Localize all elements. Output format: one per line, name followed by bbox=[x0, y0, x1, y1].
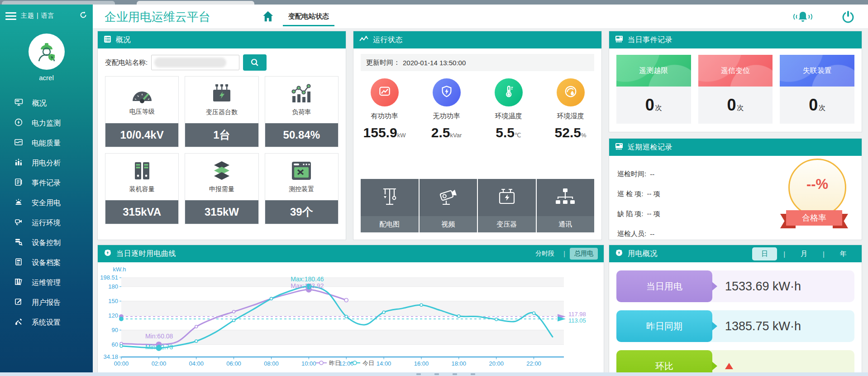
chart-toggle-总用电[interactable]: 总用电 bbox=[570, 248, 598, 260]
sidebar-item-label: 安全用电 bbox=[32, 198, 61, 208]
sidebar-item-label: 系统设置 bbox=[32, 318, 61, 328]
sidebar: 主题 | 语言 acrel 概况电力监测电能质量用电分析事件记录安全用电运行环境… bbox=[0, 5, 93, 376]
stat-label: 变压器台数 bbox=[206, 108, 238, 116]
metric: 环境湿度 52.5% bbox=[539, 78, 601, 140]
hourly-usage-chart: 34.186090120150180198.51kW.h117.98113.05… bbox=[98, 262, 604, 376]
chart-toggle-分时段[interactable]: 分时段 bbox=[531, 248, 559, 260]
stat-label: 测控装置 bbox=[289, 185, 314, 193]
meter-icon bbox=[615, 143, 623, 152]
metric-circle bbox=[495, 78, 523, 106]
svg-text:113.05: 113.05 bbox=[568, 317, 586, 324]
stat-value: 315kVA bbox=[105, 200, 178, 224]
usage-tab-月[interactable]: 月 bbox=[792, 247, 816, 260]
svg-text:kW.h: kW.h bbox=[113, 266, 126, 273]
sidebar-item-5[interactable]: 安全用电 bbox=[0, 193, 93, 213]
plug-icon bbox=[104, 249, 112, 259]
environment-icon bbox=[14, 218, 23, 228]
refresh-icon[interactable] bbox=[79, 11, 87, 21]
username: acrel bbox=[0, 74, 93, 82]
svg-text:04:00: 04:00 bbox=[189, 360, 204, 367]
status-button-label: 配电图 bbox=[361, 216, 419, 232]
chart-toggles: 分时段|总用电 bbox=[531, 248, 598, 260]
status-button-变压器[interactable]: 变压器 bbox=[478, 179, 536, 232]
sidebar-item-10[interactable]: 用户报告 bbox=[0, 293, 93, 313]
sidebar-item-6[interactable]: 运行环境 bbox=[0, 213, 93, 233]
svg-text:18:00: 18:00 bbox=[452, 360, 467, 367]
sidebar-item-1[interactable]: 电力监测 bbox=[0, 113, 93, 133]
update-time-bar: 更新时间： 2020-01-14 13:50:00 bbox=[361, 54, 594, 71]
sidebar-top: 主题 | 语言 bbox=[0, 5, 93, 27]
theme-language-link[interactable]: 主题 | 语言 bbox=[21, 12, 75, 20]
svg-text:06:00: 06:00 bbox=[226, 360, 241, 367]
svg-text:10:00: 10:00 bbox=[301, 360, 316, 367]
stat-value: 39个 bbox=[265, 200, 338, 224]
settings-icon bbox=[14, 318, 23, 328]
sidebar-item-8[interactable]: 设备档案 bbox=[0, 253, 93, 273]
panel-inspection: 近期巡检记录 巡检时间:--巡 检 项:-- 项缺 陷 项:-- 项巡检人员:-… bbox=[609, 138, 862, 240]
pass-rate-ribbon: 合格率 bbox=[780, 210, 848, 226]
panel-title: 用电概况 bbox=[628, 249, 658, 259]
svg-text:12:00: 12:00 bbox=[339, 360, 354, 367]
station-name-input[interactable] bbox=[151, 55, 239, 70]
update-time-value: 2020-01-14 13:50:00 bbox=[403, 59, 466, 67]
event-card: 遥测越限 0次 bbox=[616, 55, 691, 124]
topbar: 企业用电运维云平台 变配电站状态 bbox=[93, 5, 868, 28]
stat-card: 电压等级 10/0.4kV bbox=[105, 76, 179, 147]
alarm-bell-icon[interactable] bbox=[788, 9, 817, 26]
svg-text:150: 150 bbox=[108, 298, 118, 304]
plug-icon bbox=[615, 249, 623, 259]
event-type-label: 遥信变位 bbox=[698, 55, 773, 87]
usage-tabs: 日|月|年 bbox=[752, 247, 856, 260]
avatar[interactable] bbox=[29, 34, 65, 70]
stat-card: 变压器台数 1台 bbox=[185, 76, 258, 147]
tab-substation-status[interactable]: 变配电站状态 bbox=[288, 12, 329, 26]
sidebar-item-0[interactable]: 概况 bbox=[0, 93, 93, 113]
sidebar-item-3[interactable]: 用电分析 bbox=[0, 153, 93, 173]
usage-rows: 当日用电 1533.69 kW·h 昨日同期 1385.75 kW·h 环比 bbox=[609, 270, 862, 376]
event-log-icon bbox=[14, 178, 23, 188]
metric-label: 环境湿度 bbox=[557, 112, 584, 121]
event-count: 0次 bbox=[616, 87, 691, 124]
monitor-icon bbox=[14, 98, 23, 108]
svg-text:Max:180.46: Max:180.46 bbox=[291, 275, 324, 283]
sidebar-item-7[interactable]: 设备控制 bbox=[0, 233, 93, 253]
usage-tab-日[interactable]: 日 bbox=[752, 247, 777, 260]
toggle-separator: | bbox=[563, 250, 565, 257]
hamburger-menu-icon[interactable] bbox=[5, 10, 16, 22]
sidebar-item-11[interactable]: 系统设置 bbox=[0, 313, 93, 333]
usage-tab-年[interactable]: 年 bbox=[831, 247, 856, 260]
device-control-icon bbox=[14, 238, 23, 248]
inspection-row: 巡检人员:-- bbox=[617, 224, 862, 244]
status-button-通讯[interactable]: 通讯 bbox=[537, 179, 595, 232]
browser-tab[interactable] bbox=[2, 1, 115, 5]
transformer-icon bbox=[210, 83, 234, 106]
sidebar-item-9[interactable]: 运维管理 bbox=[0, 273, 93, 293]
metric: 有功功率 155.9kW bbox=[353, 78, 415, 140]
svg-text:180: 180 bbox=[108, 283, 118, 290]
status-button-label: 变压器 bbox=[478, 216, 536, 232]
status-button-视频[interactable]: 视频 bbox=[420, 179, 477, 232]
metric-unit: kW bbox=[397, 132, 406, 139]
humidity-icon bbox=[564, 85, 577, 100]
sidebar-item-4[interactable]: 事件记录 bbox=[0, 173, 93, 193]
svg-text:昨日: 昨日 bbox=[329, 360, 341, 366]
stat-value: 50.84% bbox=[265, 123, 338, 147]
svg-text:90: 90 bbox=[112, 327, 118, 333]
event-count: 0次 bbox=[780, 87, 854, 124]
svg-text:02:00: 02:00 bbox=[152, 360, 167, 367]
home-icon[interactable] bbox=[261, 10, 275, 25]
sidebar-menu: 概况电力监测电能质量用电分析事件记录安全用电运行环境设备控制设备档案运维管理用户… bbox=[0, 93, 93, 333]
usage-row: 当日用电 1533.69 kW·h bbox=[616, 270, 854, 302]
sidebar-item-2[interactable]: 电能质量 bbox=[0, 133, 93, 153]
page-title: 企业用电运维云平台 bbox=[105, 9, 210, 25]
search-button[interactable] bbox=[243, 54, 267, 71]
inspection-value: -- bbox=[650, 170, 654, 178]
browser-tab[interactable] bbox=[137, 1, 254, 5]
panel-hourly-curve: 当日逐时用电曲线 分时段|总用电 34.186090120150180198.5… bbox=[97, 245, 604, 376]
power-icon[interactable] bbox=[841, 9, 855, 26]
line-chart-svg: 34.186090120150180198.51kW.h117.98113.05… bbox=[98, 264, 604, 376]
user-profile: acrel bbox=[0, 34, 93, 82]
pass-rate-label: 合格率 bbox=[786, 210, 842, 226]
status-button-配电图[interactable]: 配电图 bbox=[361, 179, 419, 232]
gauge-icon bbox=[130, 84, 154, 106]
